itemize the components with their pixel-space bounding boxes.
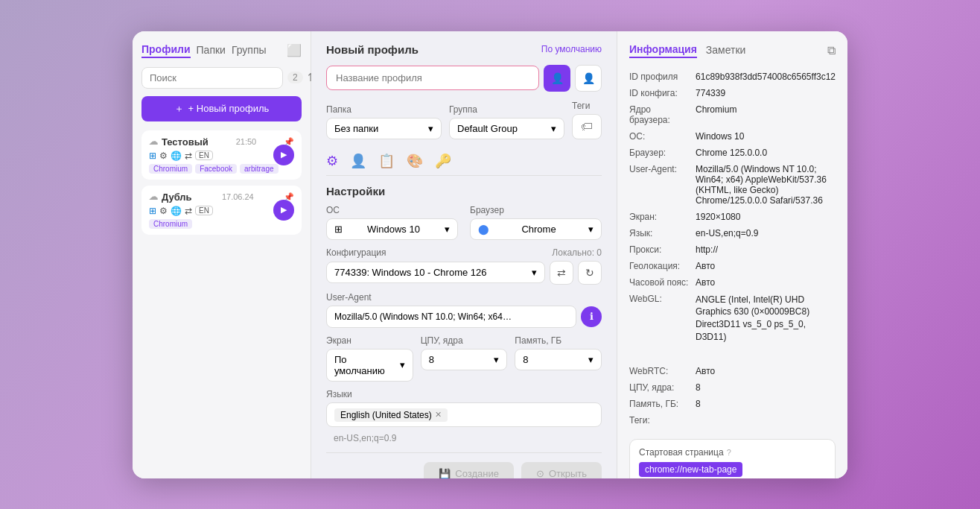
profile-icon-button[interactable]: 👤: [544, 65, 570, 92]
config-select[interactable]: 774339: Windows 10 - Chrome 126 ▾: [326, 262, 545, 283]
chevron-down-icon: ▾: [588, 354, 594, 365]
table-row: Теги:: [629, 412, 836, 429]
sync-icon: ⇄: [185, 151, 192, 161]
left-tabs-row: Профили Папки Группы ⬜: [141, 43, 302, 58]
os-browser-row: ОС ⊞ Windows 10 ▾ Браузер ⬤ Chrome ▾: [326, 205, 602, 240]
search-row: 2 ⇅ ▽: [141, 67, 302, 89]
browser-field: Браузер ⬤ Chrome ▾: [470, 205, 602, 240]
globe-icon: 🌐: [171, 206, 182, 216]
folder-group-tags-row: Папка Без папки ▾ Группа Default Group ▾…: [326, 101, 602, 139]
list-item[interactable]: ☁ Дубль 17.06.24 📌 ⊞ ⚙ 🌐 ⇄ EN ▶ Chromium: [141, 186, 302, 235]
tags-field: Теги 🏷: [572, 101, 602, 139]
info-table: ID профиля 61c89b938f3dd574008c6565ff3c1…: [629, 69, 836, 429]
play-button[interactable]: ▶: [273, 145, 294, 165]
ua-row: Mozilla/5.0 (Windows NT 10.0; Win64; x64…: [326, 306, 602, 328]
lang-tag-remove[interactable]: ✕: [435, 410, 442, 420]
table-row: User-Agent: Mozilla/5.0 (Windows NT 10.0…: [629, 161, 836, 209]
tab-folders[interactable]: Папки: [197, 44, 226, 57]
tag-chromium: Chromium: [149, 164, 192, 174]
os-select[interactable]: ⊞ Windows 10 ▾: [326, 218, 458, 240]
cloud-icon: ☁: [149, 136, 158, 147]
table-row: Ядро браузера: Chromium: [629, 101, 836, 128]
chevron-down-icon: ▾: [400, 359, 405, 370]
save-icon: 💾: [439, 468, 451, 478]
settings-title: Настройки: [326, 185, 602, 197]
tag-row: Chromium: [149, 219, 294, 229]
user-nav-icon[interactable]: 👤: [350, 153, 366, 169]
key-nav-icon[interactable]: 🔑: [435, 153, 451, 169]
search-input[interactable]: [141, 67, 283, 89]
ram-select[interactable]: 8 ▾: [515, 349, 602, 370]
table-row: Язык: en-US,en;q=0.9: [629, 225, 836, 241]
open-icon: ⊙: [536, 468, 544, 478]
sync-icon: ⇄: [185, 206, 192, 216]
tags-button[interactable]: 🏷: [572, 114, 602, 139]
globe-icon: 🌐: [171, 151, 182, 161]
right-tabs: Информация Заметки ⧉: [629, 43, 836, 58]
table-row: ID профиля 61c89b938f3dd574008c6565ff3c1…: [629, 69, 836, 85]
ua-info-button[interactable]: ℹ: [581, 306, 602, 327]
cpu-select[interactable]: 8 ▾: [421, 349, 508, 370]
sidebar-toggle-icon[interactable]: ⬜: [287, 43, 302, 57]
chevron-down-icon: ▾: [588, 224, 594, 235]
search-count: 2: [287, 72, 303, 83]
tab-profiles[interactable]: Профили: [141, 43, 191, 58]
lang-tags-box[interactable]: English (United States) ✕: [326, 402, 602, 427]
nav-icons-row: ⚙ 👤 📋 🎨 🔑: [326, 147, 602, 176]
browser-select[interactable]: ⬤ Chrome ▾: [470, 218, 602, 240]
windows-icon: ⊞: [334, 224, 343, 235]
tag-arbitrage: arbitrage: [240, 164, 278, 174]
tab-notes[interactable]: Заметки: [706, 44, 746, 57]
refresh-icon[interactable]: ↻: [578, 261, 602, 285]
list-item[interactable]: ☁ Тестовый 21:50 📌 ⊞ ⚙ 🌐 ⇄ EN ▶ Chromium…: [141, 130, 302, 180]
table-row: ОС: Windows 10: [629, 128, 836, 145]
tab-info[interactable]: Информация: [629, 43, 697, 58]
palette-nav-icon[interactable]: 🎨: [407, 153, 423, 169]
profile-name-input[interactable]: [326, 66, 539, 90]
ua-input[interactable]: Mozilla/5.0 (Windows NT 10.0; Win64; x64…: [326, 306, 576, 328]
folder-select[interactable]: Без папки ▾: [326, 118, 442, 139]
chevron-down-icon: ▾: [551, 123, 556, 134]
table-row: Прокси: http://: [629, 241, 836, 258]
ram-field: Память, ГБ 8 ▾: [515, 335, 602, 382]
lang-sub: en-US,en;q=0.9: [326, 430, 602, 446]
copy-icon[interactable]: ⧉: [827, 44, 836, 57]
gear-icon: ⚙: [159, 206, 168, 216]
table-row: WebRTC: Авто: [629, 363, 836, 379]
center-panel: Новый профиль По умолчанию 👤 👤 Папка Без…: [311, 31, 617, 478]
open-button[interactable]: ⊙ Открыть: [521, 462, 602, 478]
gear-icon: ⚙: [159, 151, 168, 161]
windows-icon: ⊞: [149, 206, 156, 216]
play-button[interactable]: ▶: [273, 200, 294, 221]
create-button[interactable]: 💾 Создание: [424, 462, 514, 478]
settings-nav-icon[interactable]: ⚙: [326, 153, 338, 169]
table-row: ЦПУ, ядра: 8: [629, 379, 836, 396]
start-page-section: Стартовая страница ? chrome://new-tab-pa…: [629, 439, 836, 478]
config-row: 774339: Windows 10 - Chrome 126 ▾ ⇄ ↻: [326, 261, 602, 285]
table-row: Экран: 1920×1080: [629, 209, 836, 225]
table-row: WebGL: ANGLE (Intel, Intel(R) UHD Graphi…: [629, 291, 836, 347]
screen-select[interactable]: По умолчанию ▾: [326, 349, 413, 382]
chrome-icon: ⬤: [478, 224, 489, 235]
table-row: ID конфига: 774339: [629, 85, 836, 101]
windows-icon: ⊞: [149, 151, 156, 161]
tab-groups[interactable]: Группы: [232, 44, 267, 57]
shuffle-icon[interactable]: ⇄: [550, 261, 573, 285]
screen-cpu-ram-row: Экран По умолчанию ▾ ЦПУ, ядра 8 ▾ Памят…: [326, 335, 602, 382]
profile-settings-icon-button[interactable]: 👤: [575, 65, 602, 92]
new-profile-button[interactable]: ＋ + Новый профиль: [141, 96, 302, 121]
center-header: Новый профиль По умолчанию: [326, 43, 602, 56]
config-label: Конфигурация: [326, 247, 386, 258]
cpu-field: ЦПУ, ядра 8 ▾: [421, 335, 508, 382]
tag-chromium: Chromium: [149, 219, 192, 229]
start-url[interactable]: chrome://new-tab-page: [639, 462, 742, 477]
group-select[interactable]: Default Group ▾: [449, 118, 564, 139]
bookmark-nav-icon[interactable]: 📋: [378, 153, 395, 169]
chevron-down-icon: ▾: [445, 224, 450, 235]
plus-icon: ＋: [174, 102, 184, 116]
group-field: Группа Default Group ▾: [449, 104, 564, 139]
lang-tag-english: English (United States) ✕: [334, 408, 448, 422]
new-profile-label: Новый профиль: [326, 43, 419, 56]
default-link[interactable]: По умолчанию: [541, 44, 602, 54]
screen-field: Экран По умолчанию ▾: [326, 335, 413, 382]
